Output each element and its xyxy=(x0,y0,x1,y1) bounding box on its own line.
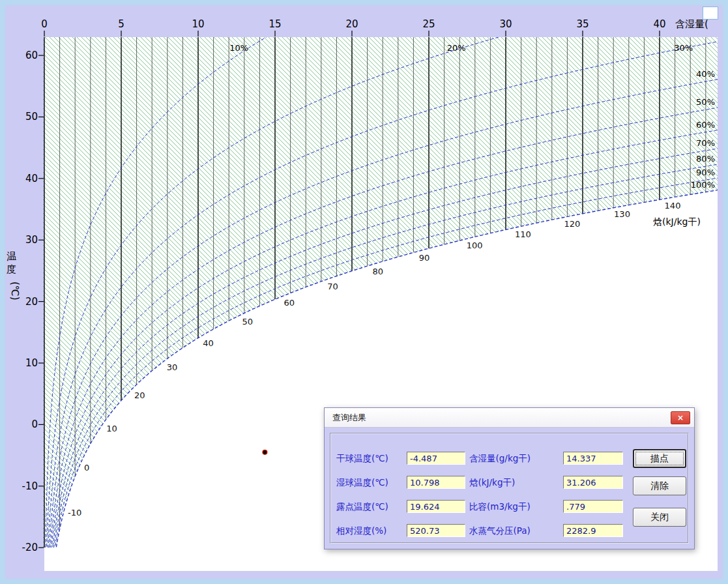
label-wet-bulb-temp: 湿球温度(℃) xyxy=(336,476,388,488)
field-relative-humidity[interactable]: 520.73 xyxy=(407,524,465,537)
label-moisture-content: 含湿量(g/kg干) xyxy=(469,452,531,464)
label-enthalpy: 焓(kJ/kg干) xyxy=(469,476,515,488)
dialog-close-button[interactable]: × xyxy=(671,411,690,424)
label-relative-humidity: 相对湿度(%) xyxy=(336,525,386,536)
close-icon: × xyxy=(677,413,684,422)
dialog-titlebar[interactable]: 查询结果 × xyxy=(325,408,694,428)
field-enthalpy[interactable]: 31.206 xyxy=(563,476,623,489)
clear-button[interactable]: 清除 xyxy=(633,476,686,495)
dialog-title: 查询结果 xyxy=(332,408,366,428)
field-vapor-pressure[interactable]: 2282.9 xyxy=(563,524,623,537)
window-corner-control xyxy=(703,7,718,20)
field-dry-bulb-temp[interactable]: -4.487 xyxy=(407,452,465,465)
label-dry-bulb-temp: 干球温度(℃) xyxy=(336,452,388,464)
close-dialog-button[interactable]: 关闭 xyxy=(633,508,686,527)
field-specific-volume[interactable]: .779 xyxy=(563,500,623,513)
plot-point-button[interactable]: 描点 xyxy=(633,449,686,468)
label-vapor-pressure: 水蒸气分压(Pa) xyxy=(469,525,531,536)
query-result-dialog: 查询结果 × 干球温度(℃) -4.487 湿球温度(℃) 10.798 露点温… xyxy=(324,407,695,549)
dialog-panel: 干球温度(℃) -4.487 湿球温度(℃) 10.798 露点温度(℃) 19… xyxy=(330,433,689,544)
field-moisture-content[interactable]: 14.337 xyxy=(563,452,623,465)
field-wet-bulb-temp[interactable]: 10.798 xyxy=(407,476,465,489)
field-dew-point-temp[interactable]: 19.624 xyxy=(407,500,465,513)
label-specific-volume: 比容(m3/kg干) xyxy=(469,501,531,512)
label-dew-point-temp: 露点温度(℃) xyxy=(336,501,388,512)
